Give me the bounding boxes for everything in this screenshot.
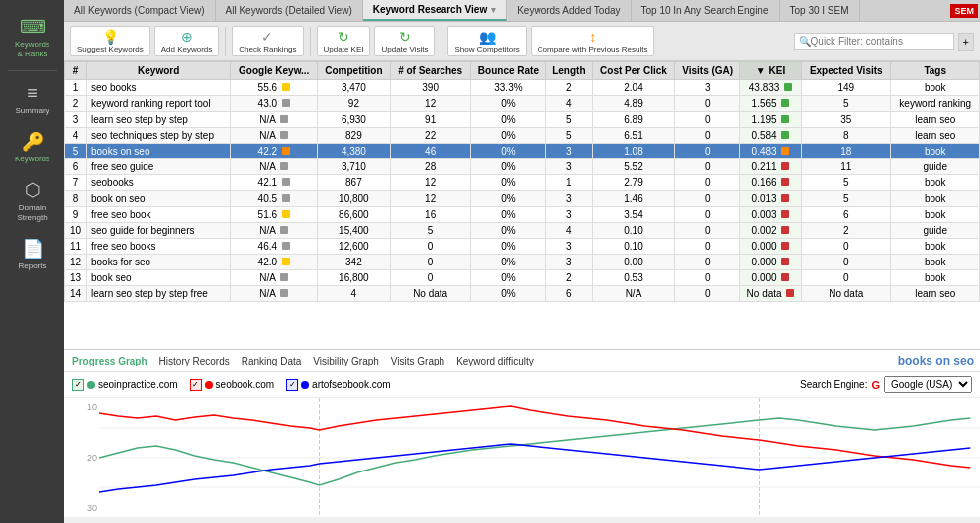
table-row[interactable]: 10 seo guide for beginners N/A 15,400 5 … — [65, 223, 980, 239]
graph-tab-ranking[interactable]: Ranking Data — [240, 355, 304, 367]
table-row[interactable]: 3 learn seo step by step N/A 6,930 91 0%… — [65, 112, 980, 128]
search-engine-select[interactable]: Google (USA) — [884, 376, 972, 393]
col-tags[interactable]: Tags — [891, 62, 980, 80]
col-cpc[interactable]: Cost Per Click — [592, 62, 675, 80]
col-google-kw[interactable]: Google Keyw... — [231, 62, 318, 80]
table-row[interactable]: 9 free seo book 51.6 86,600 16 0% 3 3.54… — [65, 207, 980, 223]
cell-keyword: seobooks — [86, 175, 230, 191]
toolbar-sep-2 — [310, 27, 311, 56]
table-row[interactable]: 7 seobooks 42.1 867 12 0% 1 2.79 0 0.166… — [65, 175, 980, 191]
cell-keyword: free seo book — [86, 207, 230, 223]
cell-bounce: 0% — [470, 128, 546, 144]
table-row[interactable]: 13 book seo N/A 16,800 0 0% 2 0.53 0 0.0… — [65, 270, 980, 286]
table-row[interactable]: 4 seo techniques step by step N/A 829 22… — [65, 128, 980, 144]
tab-top30[interactable]: Top 30 I SEM — [780, 0, 860, 21]
legend-check-seobook[interactable]: ✓ — [190, 379, 202, 391]
cell-length: 3 — [546, 191, 592, 207]
filter-add-button[interactable]: + — [958, 33, 974, 51]
legend-label-seoinpractice: seoinpractice.com — [98, 379, 178, 390]
graph-tab-difficulty[interactable]: Keyword difficulty — [454, 355, 536, 367]
sidebar-item-summary[interactable]: ≡ Summary — [0, 75, 64, 123]
show-competitors-button[interactable]: 👥 Show Competitors — [447, 26, 526, 56]
tab-all-compact[interactable]: All Keywords (Compact View) — [64, 0, 216, 21]
graph-tab-visibility[interactable]: Visibility Graph — [311, 355, 381, 367]
cell-num: 3 — [65, 112, 87, 128]
cell-visits: 0 — [675, 255, 740, 270]
cell-tags: guide — [891, 223, 980, 239]
col-bounce[interactable]: Bounce Rate — [470, 62, 546, 80]
cell-google-kw: 46.4 — [231, 239, 318, 255]
table-row[interactable]: 2 keyword ranking report tool 43.0 92 12… — [65, 96, 980, 112]
col-exp-visits[interactable]: Expected Visits — [802, 62, 891, 80]
main-content: All Keywords (Compact View) All Keywords… — [64, 0, 980, 523]
cell-exp-visits: 18 — [802, 144, 891, 159]
cell-searches: 12 — [390, 96, 470, 112]
tab-keyword-research[interactable]: Keyword Research View ▾ — [363, 0, 507, 21]
col-visits[interactable]: Visits (GA) — [675, 62, 740, 80]
search-input[interactable] — [811, 36, 949, 47]
cell-length: 2 — [546, 80, 592, 96]
update-kei-button[interactable]: ↻ Update KEI — [317, 26, 371, 56]
table-row[interactable]: 14 learn seo step by step free N/A 4 No … — [65, 286, 980, 302]
sidebar-item-domain[interactable]: ⬡ DomainStrength — [0, 171, 64, 230]
table-row[interactable]: 8 book on seo 40.5 10,800 12 0% 3 1.46 0… — [65, 191, 980, 207]
compare-button[interactable]: ↕ Compare with Previous Results — [531, 26, 655, 56]
cell-competition: 867 — [318, 175, 391, 191]
graph-tab-progress[interactable]: Progress Graph — [70, 355, 149, 367]
sidebar-item-keywords[interactable]: 🔑 Keywords — [0, 123, 64, 171]
tab-all-detailed[interactable]: All Keywords (Detailed View) — [216, 0, 363, 21]
table-row[interactable]: 5 books on seo 42.2 4,380 46 0% 3 1.08 0… — [65, 144, 980, 159]
graph-title: books on seo — [898, 354, 974, 367]
cell-visits: 0 — [675, 112, 740, 128]
col-competition[interactable]: Competition — [318, 62, 391, 80]
graph-tab-history[interactable]: History Records — [157, 355, 232, 367]
update-visits-button[interactable]: ↻ Update Visits — [374, 26, 435, 56]
table-row[interactable]: 1 seo books 55.6 3,470 390 33.3% 2 2.04 … — [65, 80, 980, 96]
cell-exp-visits: 0 — [802, 255, 891, 270]
toolbar-sep-3 — [441, 27, 441, 56]
cell-bounce: 0% — [470, 207, 546, 223]
cell-cpc: 5.52 — [592, 159, 675, 175]
col-keyword[interactable]: Keyword — [86, 62, 230, 80]
cell-exp-visits: 0 — [802, 239, 891, 255]
tab-top10[interactable]: Top 10 In Any Search Engine — [632, 0, 780, 21]
update-kei-icon: ↻ — [338, 29, 349, 45]
col-searches[interactable]: # of Searches — [390, 62, 470, 80]
cell-bounce: 0% — [470, 191, 546, 207]
cell-competition: 4 — [318, 286, 391, 302]
cell-google-kw: 42.2 — [231, 144, 318, 159]
check-rankings-button[interactable]: ✓ Check Rankings — [232, 26, 303, 56]
cell-searches: 390 — [390, 80, 470, 96]
legend-check-seoinpractice[interactable]: ✓ — [72, 379, 84, 391]
cell-keyword: books for seo — [86, 255, 230, 270]
cell-competition: 3,710 — [318, 159, 391, 175]
suggest-keywords-button[interactable]: 💡 Suggest Keywords — [70, 26, 150, 56]
cell-visits: 0 — [675, 239, 740, 255]
table-row[interactable]: 12 books for seo 42.0 342 0 0% 3 0.00 0 … — [65, 255, 980, 270]
tab-keywords-added[interactable]: Keywords Added Today — [507, 0, 631, 21]
cell-google-kw: 51.6 — [231, 207, 318, 223]
cell-cpc: 0.10 — [592, 239, 675, 255]
graph-tab-visits[interactable]: Visits Graph — [389, 355, 446, 367]
add-keywords-button[interactable]: ⊕ Add Keywords — [154, 26, 220, 56]
cell-tags: book — [891, 191, 980, 207]
col-kei[interactable]: ▼ KEI — [739, 62, 801, 80]
cell-kei: 0.000 — [739, 239, 801, 255]
graph-canvas: 10 20 30 — [64, 398, 980, 517]
cell-google-kw: 40.5 — [231, 191, 318, 207]
table-body: 1 seo books 55.6 3,470 390 33.3% 2 2.04 … — [65, 80, 980, 302]
col-length[interactable]: Length — [546, 62, 592, 80]
cell-searches: 0 — [390, 239, 470, 255]
sidebar-item-reports[interactable]: 📄 Reports — [0, 230, 64, 278]
legend-check-artofseo[interactable]: ✓ — [286, 379, 298, 391]
table-row[interactable]: 11 free seo books 46.4 12,600 0 0% 3 0.1… — [65, 239, 980, 255]
table-row[interactable]: 6 free seo guide N/A 3,710 28 0% 3 5.52 … — [65, 159, 980, 175]
cell-length: 3 — [546, 207, 592, 223]
cell-length: 5 — [546, 112, 592, 128]
graph-legend: ✓ seoinpractice.com ✓ seobook.com ✓ arto… — [64, 372, 980, 398]
cell-num: 13 — [65, 270, 87, 286]
tab-close-icon[interactable]: ▾ — [491, 5, 496, 15]
cell-num: 1 — [65, 80, 87, 96]
cell-cpc: 0.10 — [592, 223, 675, 239]
sidebar-item-keywords-ranks[interactable]: ⌨ Keywords& Ranks — [0, 8, 64, 66]
